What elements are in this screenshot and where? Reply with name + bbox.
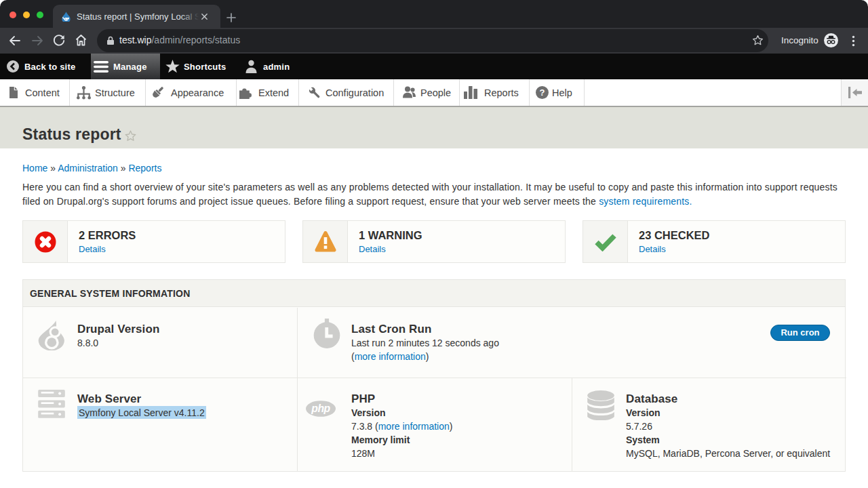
svg-text:php: php <box>311 403 330 414</box>
svg-text:?: ? <box>540 87 545 98</box>
